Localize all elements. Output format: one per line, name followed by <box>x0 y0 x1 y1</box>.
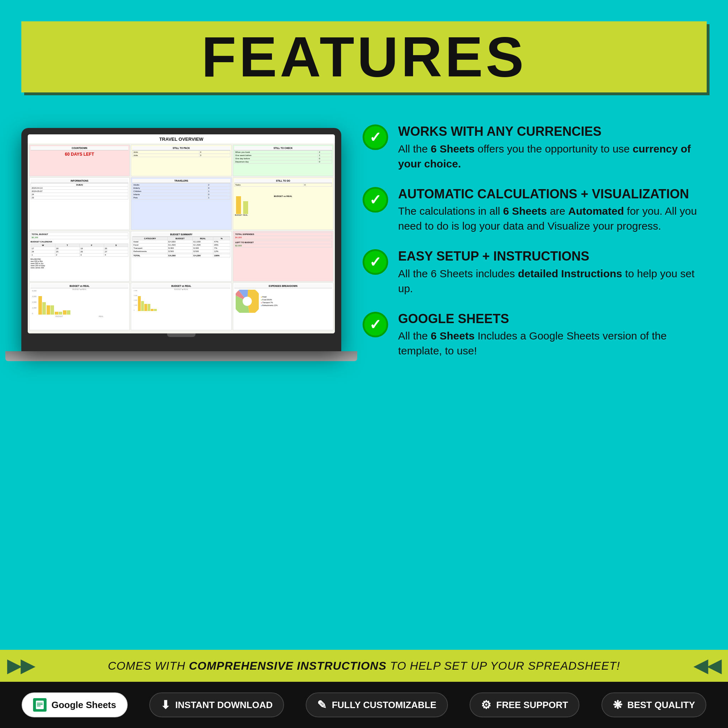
feature-desc-setup: All the 6 Sheets includes detailed Instr… <box>398 266 707 296</box>
svg-rect-7 <box>37 704 43 705</box>
check-icon-setup: ✓ <box>362 249 388 275</box>
svg-point-3 <box>238 292 256 310</box>
badge-best-quality-label: BEST QUALITY <box>627 700 695 711</box>
banner-arrow-right-icon: ◀◀ <box>694 656 721 676</box>
laptop-notch <box>167 333 196 337</box>
expenses-breakdown-cell: EXPENSES BREAKDOWN <box>233 283 333 330</box>
badge-instant-download[interactable]: ⬇ INSTANT DOWNLOAD <box>149 693 284 717</box>
bottom-banner: ▶▶ COMES WITH COMPREHENSIVE INSTRUCTIONS… <box>0 650 728 682</box>
badge-google-sheets[interactable]: Google Sheets <box>22 693 128 717</box>
feature-title-calculations: AUTOMATIC CALCULATIONS + VISUALIZATION <box>398 187 707 201</box>
informations-cell: INFORMATIONS DUBAI 2024-04-14 2024-05-07… <box>29 177 130 229</box>
laptop-screen: TRAVEL OVERVIEW COUNTDOWN 60 DAYS LEFT <box>28 135 335 333</box>
badge-free-support[interactable]: ⚙ FREE SUPPORT <box>470 693 580 717</box>
badge-fully-customizable[interactable]: ✎ FULLY CUSTOMIZABLE <box>306 693 448 717</box>
main-content: TRAVEL OVERVIEW COUNTDOWN 60 DAYS LEFT <box>21 114 707 657</box>
svg-rect-8 <box>37 706 41 706</box>
laptop-container: TRAVEL OVERVIEW COUNTDOWN 60 DAYS LEFT <box>21 128 341 361</box>
badge-instant-download-label: INSTANT DOWNLOAD <box>175 700 273 711</box>
badge-free-support-label: FREE SUPPORT <box>496 700 568 711</box>
spreadsheet: TRAVEL OVERVIEW COUNTDOWN 60 DAYS LEFT <box>28 135 335 333</box>
feature-title-setup: EASY SETUP + INSTRUCTIONS <box>398 249 707 263</box>
spreadsheet-title: TRAVEL OVERVIEW <box>28 135 335 143</box>
feature-title-currencies: WORKS WITH ANY CURRENCIES <box>398 124 707 139</box>
feature-desc-currencies: All the 6 Sheets offers you the opportun… <box>398 141 707 171</box>
badge-fully-customizable-label: FULLY CUSTOMIZABLE <box>332 700 436 711</box>
edit-icon: ✎ <box>317 698 327 712</box>
check-icon-currencies: ✓ <box>362 124 388 150</box>
footer-badges: Google Sheets ⬇ INSTANT DOWNLOAD ✎ FULLY… <box>0 682 728 728</box>
feature-text-setup: EASY SETUP + INSTRUCTIONS All the 6 Shee… <box>398 249 707 296</box>
page-title: FEATURES <box>202 24 526 90</box>
google-sheets-icon <box>33 698 47 712</box>
laptop-outer: TRAVEL OVERVIEW COUNTDOWN 60 DAYS LEFT <box>21 128 341 351</box>
support-icon: ⚙ <box>481 698 491 712</box>
feature-desc-google: All the 6 Sheets Includes a Google Sheet… <box>398 329 707 358</box>
feature-title-google: GOOGLE SHEETS <box>398 312 707 326</box>
still-to-pack-cell: STILL TO PACK John4 Julia3 <box>131 145 231 176</box>
laptop-base <box>5 351 357 361</box>
budget-calendar-cell: TOTAL BUDGET $6,300 BUDGET CALENDAR WTFS… <box>29 231 130 281</box>
check-icon-google: ✓ <box>362 312 388 337</box>
still-to-check-cell: STILL TO CHECK When you book2 One week b… <box>233 145 333 176</box>
google-logo <box>33 698 47 712</box>
feature-item-currencies: ✓ WORKS WITH ANY CURRENCIES All the 6 Sh… <box>362 124 707 171</box>
quality-icon: ❋ <box>613 698 622 712</box>
badge-best-quality[interactable]: ❋ BEST QUALITY <box>601 693 707 717</box>
feature-text-calculations: AUTOMATIC CALCULATIONS + VISUALIZATION T… <box>398 187 707 234</box>
feature-item-google: ✓ GOOGLE SHEETS All the 6 Sheets Include… <box>362 312 707 359</box>
feature-item-setup: ✓ EASY SETUP + INSTRUCTIONS All the 6 Sh… <box>362 249 707 296</box>
download-icon: ⬇ <box>161 698 170 712</box>
totals-cell: TOTAL EXPENSES $4,300 LEFT TO BUDGET $2,… <box>233 231 333 281</box>
features-list: ✓ WORKS WITH ANY CURRENCIES All the 6 Sh… <box>362 114 707 358</box>
header-banner: FEATURES <box>21 21 707 92</box>
svg-rect-6 <box>37 703 43 704</box>
badge-google-sheets-label: Google Sheets <box>52 700 116 711</box>
feature-text-google: GOOGLE SHEETS All the 6 Sheets Includes … <box>398 312 707 359</box>
feature-text-currencies: WORKS WITH ANY CURRENCIES All the 6 Shee… <box>398 124 707 171</box>
budget-vs-real-large: BUDGET vs REAL BUDGET ■ REAL 4,000 3,000… <box>29 283 130 330</box>
feature-item-calculations: ✓ AUTOMATIC CALCULATIONS + VISUALIZATION… <box>362 187 707 234</box>
check-icon-calculations: ✓ <box>362 187 388 213</box>
still-to-do-cell: STILL TO DO Tasks0 BUDGET vs REAL BUDGET <box>233 177 333 229</box>
bottom-banner-text: COMES WITH COMPREHENSIVE INSTRUCTIONS TO… <box>108 659 620 673</box>
banner-arrow-left-icon: ▶▶ <box>7 656 34 676</box>
travelers-cell: TRAVELERS Adults2 Elderly0 Children1 Inf… <box>131 177 231 229</box>
feature-desc-calculations: The calculations in all 6 Sheets are Aut… <box>398 204 707 234</box>
budget-summary-cell: BUDGET SUMMARY CATEGORYBUDGETREAL% Hotel… <box>131 231 231 281</box>
budget-vs-real-bottom: BUDGET vs REAL BUDGET ■ REAL 4,0003,0002… <box>131 283 231 330</box>
countdown-cell: COUNTDOWN 60 DAYS LEFT <box>29 145 130 176</box>
